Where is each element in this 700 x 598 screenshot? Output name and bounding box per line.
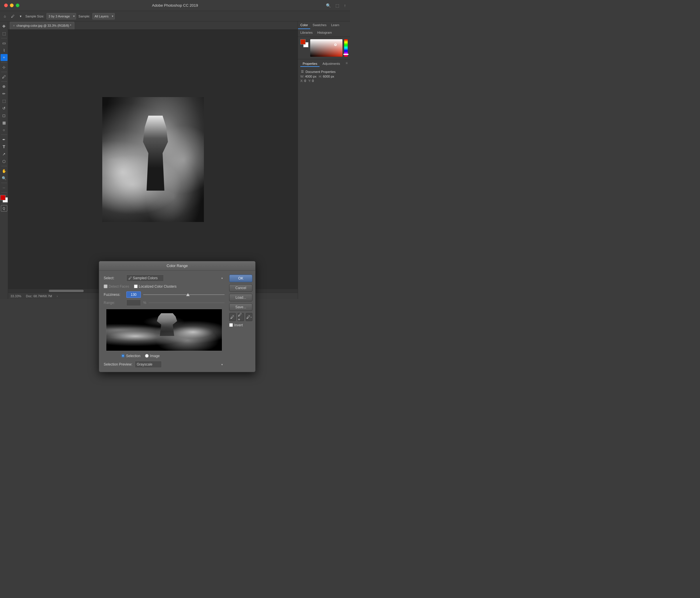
select-row: Select: 🖊 Sampled Colors (104, 274, 225, 282)
fuzziness-slider[interactable] (143, 293, 225, 297)
select-wrap: 🖊 Sampled Colors (126, 274, 225, 282)
slider-thumb (186, 293, 190, 296)
detect-faces-item: Detect Faces (104, 285, 129, 289)
select-dropdown[interactable]: 🖊 Sampled Colors (126, 274, 164, 282)
dialog-main: Select: 🖊 Sampled Colors Detect Faces (99, 270, 229, 299)
localized-item: Localized Color Clusters (134, 285, 177, 289)
select-label: Select: (104, 276, 124, 280)
dialog-title: Color Range (167, 264, 188, 268)
slider-track (143, 294, 225, 295)
fuzziness-label: Fuzziness: (104, 293, 124, 297)
detect-faces-checkbox[interactable] (104, 285, 107, 288)
ok-button[interactable]: OK (229, 274, 252, 282)
dialog-wrapper: Select: 🖊 Sampled Colors Detect Faces (99, 270, 255, 299)
color-range-dialog: Color Range Select: 🖊 Sampled Colors (99, 261, 256, 299)
fuzziness-row: Fuzziness: (104, 291, 225, 298)
localized-checkbox[interactable] (134, 285, 138, 288)
detect-faces-label: Detect Faces (109, 285, 129, 289)
load-button[interactable]: Load... (229, 294, 252, 299)
fuzziness-input[interactable] (126, 291, 141, 298)
dialog-side-buttons: OK Cancel Load... Save... 🖊 🖊+ 🖊- Invert (229, 270, 255, 299)
cancel-button[interactable]: Cancel (229, 284, 252, 292)
checkbox-row: Detect Faces Localized Color Clusters (104, 285, 225, 289)
dialog-titlebar: Color Range (99, 261, 255, 270)
dialog-body: Select: 🖊 Sampled Colors Detect Faces (99, 270, 229, 299)
dialog-overlay: Color Range Select: 🖊 Sampled Colors (0, 0, 350, 299)
localized-label: Localized Color Clusters (139, 285, 177, 289)
